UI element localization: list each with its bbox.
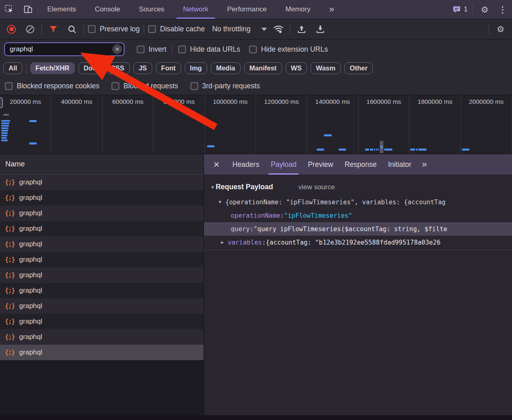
request-row[interactable]: {;}graphql [0,221,203,236]
invert-checkbox[interactable]: Invert [137,45,166,54]
timeline-request-bar [374,149,375,151]
request-row[interactable]: {;}graphql [0,314,203,329]
record-network-log-button[interactable] [4,22,19,37]
request-list-pane: Name {;}graphql{;}graphql{;}graphql{;}gr… [0,154,204,420]
timeline-request-bar [1,127,9,129]
request-row[interactable]: {;}graphql [0,236,203,252]
main-menu-button[interactable]: ⋮ [497,5,509,14]
hide-data-urls-checkbox[interactable]: Hide data URLs [178,45,241,54]
chip-js[interactable]: JS [133,62,152,74]
details-tab-preview[interactable]: Preview [302,154,339,175]
chip-other[interactable]: Other [344,62,373,74]
close-details-button[interactable]: ✕ [210,158,223,171]
timeline-left-handle[interactable] [0,97,3,108]
settings-button[interactable]: ⚙ [475,5,494,14]
chip-wasm[interactable]: Wasm [311,62,341,74]
checkbox-icon [112,82,119,90]
name-column-header[interactable]: Name [0,154,203,175]
request-row[interactable]: {;}graphql [0,252,203,267]
issues-count: 1 [464,5,468,13]
request-row[interactable]: {;}graphql [0,267,203,283]
request-row[interactable]: {;}graphql [0,329,203,345]
search-button[interactable] [65,22,79,37]
tab-console[interactable]: Console [85,0,129,19]
chip-manifest[interactable]: Manifest [244,62,282,74]
tabbar-right-controls: 1 ⚙ ⋮ [452,0,512,19]
close-icon: ✕ [213,160,220,169]
timeline-request-bar [339,149,346,151]
payload-row-variables[interactable]: ▶variables: {accountTag: "b12e3b2192ee55… [204,236,512,249]
hide-extension-urls-label: Hide extension URLs [261,45,328,54]
inspect-element-button[interactable] [0,0,19,19]
device-toolbar-button[interactable] [19,0,37,19]
hide-data-urls-label: Hide data URLs [190,45,241,54]
fetch-xhr-icon: {;} [5,241,15,248]
tab-sources[interactable]: Sources [129,0,173,19]
network-settings-button[interactable]: ⚙ [493,22,508,37]
more-details-tabs-button[interactable]: » [420,159,426,170]
blocked-requests-checkbox[interactable]: Blocked requests [112,82,178,90]
details-tab-headers[interactable]: Headers [227,154,265,175]
request-name: graphql [19,317,42,326]
chip-font[interactable]: Font [156,62,181,74]
clear-filter-button[interactable]: ✕ [112,44,122,54]
details-tab-payload[interactable]: Payload [265,154,302,175]
timeline-tick: 1800000 ms [409,95,461,154]
import-har-button[interactable] [294,22,309,37]
filter-toggle-button[interactable] [46,22,61,37]
timeline-request-bar [462,149,469,151]
record-icon [7,25,16,34]
timeline-request-bar [384,149,392,151]
filter-input[interactable] [4,42,125,56]
view-source-link[interactable]: view source [298,183,335,191]
chip-img[interactable]: Img [185,62,207,74]
payload-value: "query ipFlowTimeseries($accountTag: str… [254,225,447,233]
details-tab-initiator[interactable]: Initiator [382,154,417,175]
-rd-party-requests-checkbox[interactable]: 3rd-party requests [190,82,260,90]
chip-doc[interactable]: Doc [79,62,102,74]
more-tabs-button[interactable]: » [320,0,342,19]
payload-value: {accountTag: "b12e3b2192ee5588fdad995178… [266,239,440,246]
chip-fetchxhr[interactable]: Fetch/XHR [30,62,74,74]
request-row[interactable]: {;}graphql [0,283,203,298]
payload-root-preview: {operationName: "ipFlowTimeseries", vari… [225,199,446,206]
payload-key: variables [228,239,262,246]
request-row[interactable]: {;}graphql [0,175,203,190]
tab-elements[interactable]: Elements [38,0,85,19]
fetch-xhr-icon: {;} [5,271,15,279]
request-name: graphql [19,178,42,186]
request-name: graphql [19,333,42,341]
timeline-request-bar [376,149,377,151]
request-row[interactable]: {;}graphql [0,298,203,314]
details-tab-response[interactable]: Response [339,154,383,175]
chip-all[interactable]: All [3,62,22,74]
blocked-response-cookies-checkbox[interactable]: Blocked response cookies [5,82,99,90]
request-row[interactable]: {;}graphql [0,206,203,221]
hide-extension-urls-checkbox[interactable]: Hide extension URLs [249,45,328,54]
disable-cache-checkbox[interactable]: Disable cache [148,25,205,33]
tab-network[interactable]: Network [174,0,218,19]
download-icon [315,24,325,34]
clear-network-log-button[interactable] [23,22,37,37]
payload-value: "ipFlowTimeseries" [284,212,352,219]
payload-root-row[interactable]: ▼ {operationName: "ipFlowTimeseries", va… [204,195,512,209]
export-har-button[interactable] [313,22,328,37]
request-row[interactable]: {;}graphql [0,345,203,360]
preserve-log-checkbox[interactable]: Preserve log [88,25,140,33]
request-payload-section[interactable]: ▼ Request Payload view source [204,179,512,195]
fetch-xhr-icon: {;} [5,179,15,186]
tab-memory[interactable]: Memory [276,0,319,19]
chip-ws[interactable]: WS [286,62,307,74]
payload-row-query[interactable]: query: "query ipFlowTimeseries($accountT… [204,222,512,236]
issues-button[interactable]: 1 [452,5,470,14]
checkbox-icon [137,46,144,53]
request-row[interactable]: {;}graphql [0,190,203,206]
chip-css[interactable]: CSS [105,62,130,74]
network-conditions-button[interactable] [271,22,286,37]
network-overview-timeline[interactable]: 200000 ms400000 ms600000 ms800000 ms1000… [0,95,512,154]
tab-performance[interactable]: Performance [218,0,276,19]
search-icon [67,24,77,34]
payload-row-operationname[interactable]: operationName: "ipFlowTimeseries" [204,209,512,222]
throttling-select[interactable]: No throttling [212,25,267,33]
chip-media[interactable]: Media [211,62,241,74]
